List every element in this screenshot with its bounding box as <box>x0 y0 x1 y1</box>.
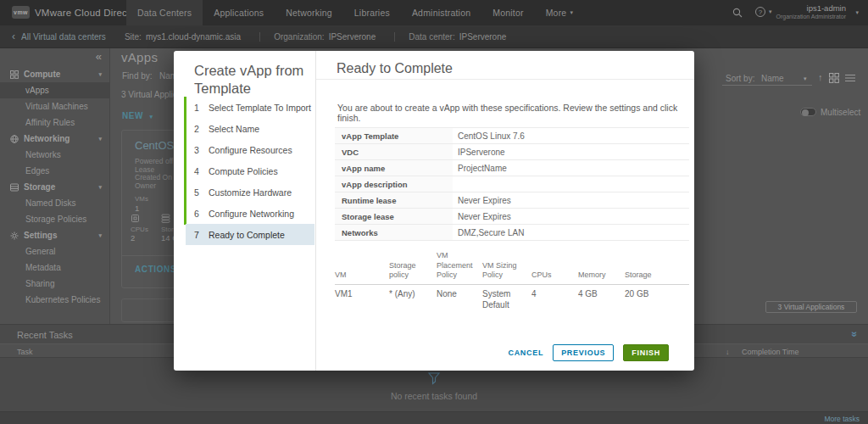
vms-label: VMs <box>135 195 148 203</box>
sidebar-item-named-disks[interactable]: Named Disks <box>0 195 109 211</box>
multiselect-toggle[interactable] <box>800 108 816 116</box>
sort-down-icon[interactable]: ↓ <box>726 348 730 356</box>
vm-cell-storage-policy: * (Any) <box>389 289 437 310</box>
top-navbar: vmw VMware Cloud Director Data Centers A… <box>0 0 868 25</box>
sidebar-section-storage[interactable]: Storage ▾ <box>0 179 109 195</box>
step-number: 3 <box>194 145 209 155</box>
completion-time-column-header[interactable]: Completion Time <box>742 348 799 356</box>
vm-col-header: VM Placement Policy <box>437 251 482 281</box>
sidebar-item-metadata[interactable]: Metadata <box>0 259 109 276</box>
spec-row-description: vApp description <box>335 176 689 192</box>
sidebar-item-virtual-machines[interactable]: Virtual Machines <box>0 98 109 114</box>
cancel-button[interactable]: CANCEL <box>508 349 543 357</box>
filter-funnel-icon <box>428 372 440 386</box>
sidebar-item-vapps[interactable]: vApps <box>0 82 109 98</box>
page-title: vApps <box>121 50 158 64</box>
nav-monitor[interactable]: Monitor <box>481 0 534 25</box>
breadcrumb-site: Site: mys1.cloud-dynamic.asia <box>125 32 241 42</box>
sidebar-section-label: Settings <box>24 231 98 240</box>
back-chevron-icon: ‹ <box>12 31 15 42</box>
more-tasks-link[interactable]: More tasks <box>824 415 860 423</box>
wizard-step-6[interactable]: 6 Configure Networking <box>186 203 314 224</box>
sidebar-item-affinity-rules[interactable]: Affinity Rules <box>0 114 109 131</box>
sidebar-section-networking[interactable]: Networking ▾ <box>0 131 109 147</box>
wizard-step-1[interactable]: 1 Select Template To Import <box>186 97 314 118</box>
nav-applications[interactable]: Applications <box>203 0 275 25</box>
wizard-step-5[interactable]: 5 Customize Hardware <box>186 181 314 203</box>
sort-by-value[interactable]: Name <box>761 74 784 83</box>
wizard-step-3[interactable]: 3 Configure Resources <box>186 139 314 160</box>
finish-button[interactable]: FINISH <box>623 344 669 361</box>
sidebar-section-compute[interactable]: Compute ▾ <box>0 66 109 82</box>
back-label: All Virtual data centers <box>21 32 106 42</box>
nav-more-label: More <box>546 8 567 18</box>
nav-more[interactable]: More ▾ <box>535 0 584 25</box>
user-role: Organization Administrator <box>776 14 846 20</box>
task-column-header[interactable]: Task <box>17 348 33 356</box>
sidebar-item-edges[interactable]: Edges <box>0 163 109 179</box>
search-icon[interactable] <box>732 8 743 18</box>
spec-row-name: vApp name ProjectName <box>335 160 689 176</box>
wizard-steps-list: 1 Select Template To Import 2 Select Nam… <box>186 97 314 245</box>
step-label: Configure Resources <box>209 145 292 155</box>
user-menu[interactable]: ips1-admin Organization Administrator <box>776 3 846 20</box>
sidebar-item-storage-policies[interactable]: Storage Policies <box>0 211 109 227</box>
new-button-label: NEW <box>122 111 143 120</box>
sidebar-item-label: Networks <box>25 150 61 159</box>
nav-libraries[interactable]: Libraries <box>343 0 401 25</box>
step-number: 1 <box>194 103 209 113</box>
step-number: 7 <box>194 230 209 240</box>
sidebar-item-sharing[interactable]: Sharing <box>0 276 109 292</box>
nav-administration[interactable]: Administration <box>401 0 481 25</box>
step-label: Compute Policies <box>209 166 278 176</box>
breadcrumb-datacenter-value: IPServerone <box>459 32 507 42</box>
nav-data-centers[interactable]: Data Centers <box>126 0 203 25</box>
wizard-step-4[interactable]: 4 Compute Policies <box>186 160 314 181</box>
vm-col-header: VM Sizing Policy <box>482 261 531 281</box>
new-button[interactable]: NEW ▾ <box>122 111 153 120</box>
find-by-label: Find by: <box>122 71 153 81</box>
user-chevron-icon: ▾ <box>855 9 859 16</box>
grid-view-icon[interactable] <box>845 74 855 82</box>
help-menu[interactable]: ? ▾ <box>755 7 772 17</box>
sidebar-collapse-icon[interactable]: « <box>96 50 102 63</box>
vmware-cloud-director-app: vmw VMware Cloud Director Data Centers A… <box>0 0 868 424</box>
sidebar-section-settings[interactable]: Settings ▾ <box>0 227 109 243</box>
sidebar-item-kubernetes-policies[interactable]: Kubernetes Policies <box>0 292 109 308</box>
spec-label: VDC <box>335 144 453 159</box>
count-badge[interactable]: 3 Virtual Applications <box>765 301 857 313</box>
wizard-step-2[interactable]: 2 Select Name <box>186 118 314 139</box>
vms-value: 1 <box>135 204 139 213</box>
sort-direction-icon[interactable]: ↑ <box>818 72 823 82</box>
vm-cell-memory: 4 GB <box>578 289 625 310</box>
step-number: 5 <box>194 187 209 198</box>
sidebar-item-label: Metadata <box>25 263 61 272</box>
step-label: Select Name <box>209 124 259 134</box>
previous-button[interactable]: PREVIOUS <box>553 344 614 361</box>
vm-cell-sizing-policy: System Default <box>482 289 531 310</box>
sidebar-item-general[interactable]: General <box>0 243 109 259</box>
sidebar-nav: Compute ▾ vApps Virtual Machines Affinit… <box>0 66 109 308</box>
spec-value: DMZ,Secure LAN <box>453 225 524 240</box>
sort-by-label: Sort by: <box>726 74 754 83</box>
card-view-icon[interactable] <box>829 73 839 83</box>
chevron-down-icon: ▾ <box>570 9 573 16</box>
sort-chevron-icon[interactable]: ▾ <box>804 75 807 82</box>
spec-label: Storage lease <box>335 209 453 224</box>
panel-collapse-icon[interactable]: » <box>849 332 860 338</box>
step-label: Configure Networking <box>209 209 294 219</box>
sidebar-item-networks[interactable]: Networks <box>0 147 109 163</box>
empty-tasks-message: No recent tasks found <box>0 391 868 401</box>
wizard-step-7-active[interactable]: 7 Ready to Complete <box>186 224 314 245</box>
chevron-down-icon: ▾ <box>98 232 102 239</box>
sidebar-item-label: General <box>25 247 56 256</box>
chevron-down-icon: ▾ <box>98 184 102 191</box>
back-link[interactable]: ‹ All Virtual data centers <box>12 31 106 42</box>
vm-table-row: VM1 * (Any) None System Default 4 4 GB 2… <box>335 285 689 310</box>
breadcrumb-site-value: mys1.cloud-dynamic.asia <box>146 32 241 42</box>
breadcrumb-datacenter: Data center: IPServerone <box>394 32 506 42</box>
sidebar-item-label: Virtual Machines <box>25 102 88 111</box>
spec-value: CentOS Linux 7.6 <box>453 128 525 143</box>
spec-value: IPServerone <box>453 144 505 159</box>
nav-networking[interactable]: Networking <box>275 0 343 25</box>
